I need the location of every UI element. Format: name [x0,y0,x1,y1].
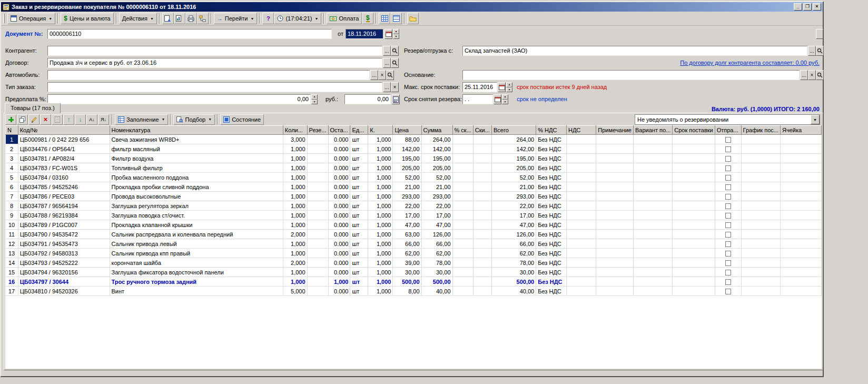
subordination-structure-button[interactable] [197,13,209,24]
cell-vat2[interactable] [566,144,596,154]
column-header[interactable]: N [6,126,18,135]
cell-sched[interactable] [741,230,780,239]
cell-note[interactable] [596,144,634,154]
cell-qty[interactable]: 1,000 [283,144,307,154]
cell-sched[interactable] [741,268,780,277]
cell-unit[interactable]: шт [350,135,368,144]
cell-term[interactable] [673,154,715,163]
cell-ship[interactable] [715,144,741,154]
reserve-from-magnifier-button[interactable] [816,46,824,56]
cell-k[interactable]: 1,000 [368,268,393,277]
column-header[interactable]: Номенклатура [110,126,283,135]
cell-qty[interactable]: 3,000 [283,135,307,144]
table-row[interactable]: 4ЦБ034783 / FC-W01SТопливный фильтр1,000… [6,163,822,173]
cell-ship[interactable] [715,220,741,230]
table-row[interactable]: 6ЦБ034785 / 94525246Прокладка пробки сли… [6,182,822,192]
table-row[interactable]: 7ЦБ034786 / PECE03Провода высоковольтные… [6,192,822,201]
column-header[interactable]: Коли... [283,126,307,135]
cell-term[interactable] [673,220,715,230]
cell-total[interactable]: 264,00 [491,135,536,144]
cell-variant[interactable] [633,135,672,144]
cell-sched[interactable] [741,249,780,258]
cell-unit[interactable]: шт [350,258,368,268]
doc-date-spinner[interactable]: ▲▼ [393,29,399,39]
cell-vat2[interactable] [566,211,596,220]
minimize-button[interactable]: _ [794,3,802,11]
toolbar-gripper[interactable] [3,14,5,23]
cell-vat[interactable]: Без НДС [536,163,567,173]
contractor-magnifier-button[interactable] [391,46,399,56]
cell-term[interactable] [673,163,715,173]
contract-debt-link[interactable]: По договору долг контрагента составляет:… [680,58,820,68]
cell-term[interactable] [673,135,715,144]
cell-unit[interactable]: шт [350,182,368,192]
cell-qty[interactable]: 2,000 [283,258,307,268]
column-header[interactable]: Оста... [328,126,350,135]
cell-cell[interactable] [780,277,821,287]
move-up-button[interactable]: ↑ [63,114,74,125]
cell-k[interactable]: 1,000 [368,249,393,258]
cell-code[interactable]: ЦБ034785 / 94525246 [18,182,110,192]
cell-sched[interactable] [741,182,780,192]
cell-variant[interactable] [633,287,672,296]
table-row[interactable]: 13ЦБ034792 / 94580313Сальник привода кпп… [6,249,822,258]
cell-term[interactable] [673,173,715,182]
cell-cell[interactable] [780,135,821,144]
column-header[interactable]: % НДС [536,126,567,135]
shipped-checkbox[interactable] [725,137,731,143]
cell-k[interactable]: 1,000 [368,277,393,287]
cell-vat2[interactable] [566,182,596,192]
cell-name[interactable]: Заглушка регулятора зеркал [110,201,283,211]
cell-name[interactable]: Провода высоковольтные [110,192,283,201]
cell-n[interactable]: 14 [6,258,18,268]
column-header[interactable]: Отпра... [715,126,741,135]
cell-rest[interactable]: 0.000 [328,154,350,163]
list-settings-button[interactable] [390,13,402,24]
shipped-checkbox[interactable] [725,279,731,285]
cell-res[interactable] [307,230,328,239]
cell-variant[interactable] [633,211,672,220]
cell-price[interactable]: 500,00 [393,277,421,287]
column-header[interactable]: Срок поставки [673,126,715,135]
cell-k[interactable]: 1,000 [368,258,393,268]
cell-ship[interactable] [715,163,741,173]
cell-vat2[interactable] [566,277,596,287]
cell-vat2[interactable] [566,287,596,296]
prices-currency-button[interactable]: $ Цены и валюта [61,13,113,24]
state-button[interactable]: Состояние [220,114,264,125]
cell-vat[interactable]: Без НДС [536,287,567,296]
table-row[interactable]: 11ЦБ034790 / 94535472Сальник распредвала… [6,230,822,239]
column-header[interactable]: График пос... [741,126,780,135]
cell-note[interactable] [596,154,634,163]
cell-k[interactable]: 1,000 [368,173,393,182]
cell-rest[interactable]: 0.000 [328,239,350,249]
cell-rest[interactable]: 0.000 [328,135,350,144]
cell-vat2[interactable] [566,173,596,182]
table-row[interactable]: 15ЦБ034794 / 96320156Заглушка фиксатора … [6,268,822,277]
cell-pct[interactable] [452,201,473,211]
cell-code[interactable]: ЦБ034794 / 96320156 [18,268,110,277]
cell-ship[interactable] [715,201,741,211]
open-file-button[interactable] [407,13,419,24]
cell-sched[interactable] [741,173,780,182]
cell-total[interactable]: 293,00 [491,192,536,201]
max-delivery-date-input[interactable]: 25.11.2016 [462,82,497,92]
cell-qty[interactable]: 1,000 [283,173,307,182]
cell-term[interactable] [673,249,715,258]
cell-total[interactable]: 205,00 [491,163,536,173]
tab-goods[interactable]: Товары (17 поз.) [5,103,61,113]
shipped-checkbox[interactable] [725,184,731,190]
cell-res[interactable] [307,173,328,182]
cell-sum[interactable]: 17,00 [421,211,452,220]
cell-sum[interactable]: 62,00 [421,249,452,258]
cell-qty[interactable]: 1,000 [283,201,307,211]
price-type-button[interactable]: $ [362,13,373,24]
cell-sum[interactable]: 47,00 [421,220,452,230]
column-header[interactable]: НДС [566,126,596,135]
contract-magnifier-button[interactable] [391,58,399,68]
cell-ship[interactable] [715,135,741,144]
cell-variant[interactable] [633,239,672,249]
cell-cell[interactable] [780,220,821,230]
cell-term[interactable] [673,144,715,154]
cell-cell[interactable] [780,144,821,154]
